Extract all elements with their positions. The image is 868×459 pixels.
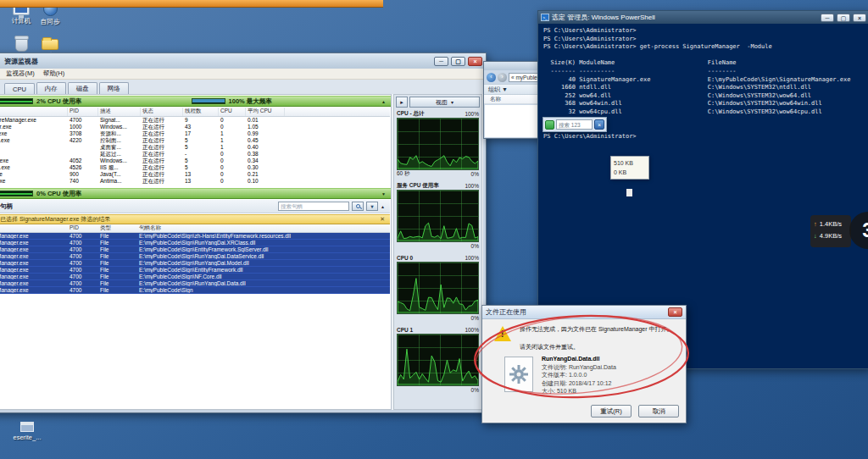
cell-handle-name: E:\myPubleCode\Sign\RunYangDai.XRClass.d… [137, 240, 385, 246]
cell-avg-cpu: 0.21 [246, 171, 285, 178]
process-row[interactable]: xe900Java(T...正在运行1300.21 [0, 171, 390, 178]
col-image[interactable] [0, 108, 68, 116]
col-type[interactable]: 类型 [98, 224, 137, 232]
handle-row[interactable]: Manager.exe4700FileE:\myPubleCode\Sign\R… [0, 240, 390, 246]
collapse-icon[interactable] [381, 190, 386, 197]
tab[interactable]: 磁盘 [68, 82, 97, 94]
size-line: 510 KB [614, 158, 646, 168]
minimize-button[interactable] [821, 14, 834, 22]
cell-cpu: 1 [219, 130, 246, 137]
col-status[interactable]: 状态 [141, 108, 183, 116]
forward-button[interactable] [498, 73, 507, 82]
resmon-title: 资源监视器 [4, 57, 38, 66]
process-row[interactable]: e.exe4526IIS 服...正在运行500.30 [0, 164, 390, 171]
views-button[interactable]: 视图 [409, 97, 480, 108]
col-cpu[interactable]: CPU [219, 108, 246, 116]
minimize-button[interactable] [434, 57, 448, 66]
process-row[interactable]: -延迟过...正在运行-00.38 [0, 151, 390, 158]
console-line: PS C:\Users\Administrator> [543, 27, 864, 36]
search-options-button[interactable]: ▾ [366, 202, 378, 211]
dialog-titlebar[interactable]: 文件正在使用 [482, 306, 686, 319]
powershell-icon [541, 14, 549, 21]
handle-row[interactable]: Manager.exe4700FileE:\myPubleCode\Sign\N… [0, 274, 390, 280]
panel-collapse-button[interactable] [396, 97, 408, 108]
graph-time-label: 60 秒 [397, 170, 410, 178]
recycle-bin-icon [15, 37, 28, 52]
process-row[interactable]: .exe3708资源和...正在运行1710.99 [0, 130, 390, 137]
cell-desc: 资源和... [98, 130, 141, 137]
folder-search-icon [545, 120, 554, 130]
cancel-button[interactable]: 取消 [638, 405, 679, 418]
close-button[interactable] [668, 307, 682, 317]
console-line: ------- ---------- -------- [543, 68, 864, 76]
cell-cpu: 0 [219, 151, 246, 158]
cell-status: 正在运行 [141, 137, 183, 144]
cell-image: Manager.exe [0, 274, 68, 279]
cell-avg-cpu: 0.99 [246, 130, 285, 137]
cell-status: 正在运行 [141, 171, 183, 178]
window-icon [20, 422, 34, 432]
tab[interactable]: 网络 [99, 82, 129, 94]
file-info: RunYangDai.Data.dll 文件说明: RunYangDai.Dat… [542, 355, 682, 395]
process-row[interactable]: er.exe1000Windows...正在运行4301.05 [0, 124, 390, 130]
resmon-tabs: CPU内存磁盘网络 [0, 80, 484, 94]
handle-row[interactable]: Manager.exe4700FileE:\myPubleCode\Sign\R… [0, 253, 390, 260]
col-threads[interactable]: 线程数 [183, 108, 219, 116]
retry-button[interactable]: 重试(R) [591, 405, 632, 418]
handle-row[interactable]: Manager.exe4700FileE:\myPubleCode\Sign\E… [0, 246, 390, 253]
handles-search-input[interactable] [278, 202, 349, 211]
handle-row[interactable]: Manager.exe4700FileE:\myPubleCode\Sign\R… [0, 260, 390, 267]
maximize-button[interactable] [451, 57, 465, 66]
desktop-icon-label: 自同步 [34, 18, 66, 26]
handle-row[interactable]: Manager.exe4700FileE:\myPubleCode\Sign\z… [0, 233, 390, 240]
powershell-titlebar[interactable]: 选定 管理员: Windows PowerShell [538, 11, 868, 24]
tab[interactable]: 内存 [36, 82, 66, 94]
col-desc[interactable]: 描述 [98, 108, 141, 116]
cell-avg-cpu: 0.38 [246, 151, 285, 158]
col-pid[interactable]: PID [68, 108, 98, 116]
organize-button[interactable]: 组织 ▼ [488, 86, 508, 94]
clear-search-button[interactable]: × [594, 119, 604, 130]
tab[interactable]: CPU [4, 83, 35, 94]
cell-threads: 43 [183, 124, 219, 130]
maximize-button[interactable] [837, 14, 850, 22]
col-avg-cpu[interactable]: 平均 CPU [246, 108, 285, 116]
cell-handle-name: E:\myPubleCode\Sign\RunYangDai.Data.dll [137, 280, 385, 286]
process-row[interactable]: e桌面窗...正在运行510.40 [0, 144, 390, 151]
col-pid[interactable]: PID [68, 224, 98, 232]
resmon-titlebar[interactable]: 资源监视器 [0, 53, 486, 69]
cell-pid [68, 144, 98, 151]
clear-filter-icon[interactable]: ✕ [380, 216, 385, 223]
process-row[interactable]: r.exe4052Windows...正在运行500.34 [0, 158, 390, 164]
handle-row[interactable]: Manager.exe4700FileE:\myPubleCode\Sign\E… [0, 267, 390, 274]
handle-row[interactable]: Manager.exe4700FileE:\myPubleCode\Sign [0, 287, 390, 294]
services-section-header[interactable]: 0% CPU 使用率 [0, 188, 391, 199]
col-image[interactable] [0, 224, 68, 232]
collapse-icon[interactable] [381, 97, 386, 105]
desktop: 计算机 自同步 回收站 批处理 资源监视器 监视器(M) 帮助(H) CPU内存… [0, 0, 868, 459]
desktop-icon-bottom[interactable]: eserite_... [3, 422, 51, 441]
process-row[interactable]: s.exe4220控制面...正在运行510.45 [0, 137, 390, 144]
cell-cpu: 0 [219, 124, 246, 130]
name-column-header[interactable]: 名称 [490, 96, 501, 103]
process-row[interactable]: ureManager.exe4700Signat...正在运行900.01 [0, 117, 390, 124]
cpu-section-header[interactable]: 2% CPU 使用率 100% 最大频率 [0, 96, 391, 107]
close-button[interactable] [853, 14, 866, 22]
search-button[interactable] [352, 202, 364, 211]
resmon-graphs-panel: 视图 CPU - 总计100% 60 秒0% 服务 CPU 使用率100% [393, 94, 482, 410]
cell-type: File [98, 280, 137, 286]
cell-handle-name: E:\myPubleCode\Sign\RunYangDai.DataServi… [137, 253, 385, 259]
process-row[interactable]: exe740Antima...正在运行1300.10 [0, 178, 390, 185]
close-button[interactable] [468, 57, 482, 66]
explorer-search-input[interactable] [556, 119, 593, 130]
process-table-header: PID描述状态线程数CPU平均 CPU [0, 108, 390, 117]
back-button[interactable] [487, 73, 496, 82]
cell-desc: 延迟过... [98, 151, 141, 158]
col-handle-name[interactable]: 句柄名称 [137, 224, 385, 232]
upload-icon [814, 218, 817, 230]
handle-row[interactable]: Manager.exe4700FileE:\myPubleCode\Sign\R… [0, 280, 390, 287]
menu-help[interactable]: 帮助(H) [43, 69, 64, 78]
cpu-usage-meter-icon [0, 98, 33, 104]
menu-monitor[interactable]: 监视器(M) [6, 69, 35, 78]
collapse-icon[interactable] [381, 202, 385, 210]
